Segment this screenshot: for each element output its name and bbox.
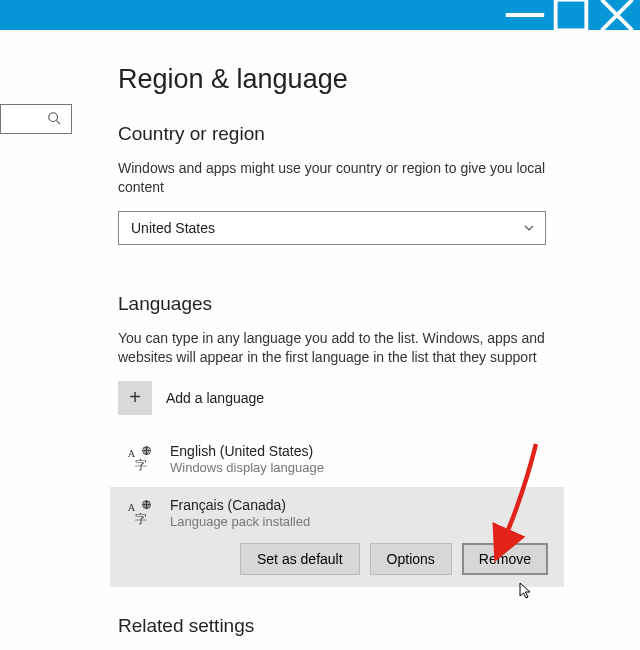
language-icon: A 字 [122, 443, 156, 477]
svg-rect-1 [556, 0, 587, 30]
maximize-button[interactable] [548, 0, 594, 30]
languages-heading: Languages [118, 293, 600, 315]
page-title: Region & language [118, 64, 600, 95]
add-language-button[interactable]: + Add a language [118, 381, 556, 415]
plus-icon: + [118, 381, 152, 415]
window-titlebar [0, 0, 640, 30]
country-dropdown[interactable]: United States [118, 211, 546, 245]
language-item-francais[interactable]: A 字 Français (Canada) Language pack inst… [110, 487, 564, 587]
add-language-label: Add a language [166, 390, 264, 406]
related-heading: Related settings [118, 615, 600, 637]
remove-button[interactable]: Remove [462, 543, 548, 575]
set-default-button[interactable]: Set as default [240, 543, 360, 575]
close-button[interactable] [594, 0, 640, 30]
minimize-button[interactable] [502, 0, 548, 30]
language-status: Windows display language [170, 460, 324, 475]
language-status: Language pack installed [170, 514, 310, 529]
svg-text:字: 字 [135, 458, 147, 472]
language-item-english[interactable]: A 字 English (United States) Windows disp… [118, 433, 556, 487]
languages-description: You can type in any language you add to … [118, 329, 548, 367]
options-button[interactable]: Options [370, 543, 452, 575]
language-name: English (United States) [170, 443, 324, 459]
chevron-down-icon [523, 222, 535, 234]
country-selected: United States [131, 220, 215, 236]
svg-text:字: 字 [135, 512, 147, 526]
region-description: Windows and apps might use your country … [118, 159, 548, 197]
language-icon: A 字 [122, 497, 156, 531]
language-name: Français (Canada) [170, 497, 310, 513]
region-heading: Country or region [118, 123, 600, 145]
